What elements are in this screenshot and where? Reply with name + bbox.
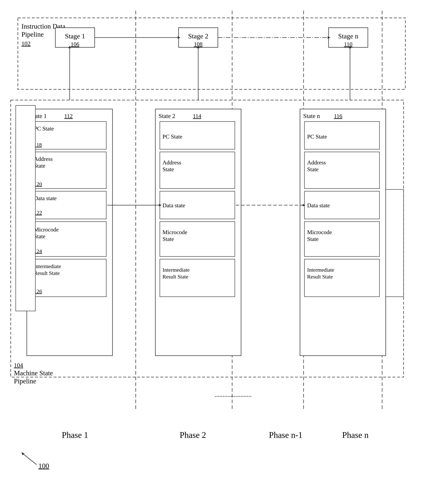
state-n-address-state-label: Address [307, 159, 326, 166]
ref-100-arrow [23, 454, 37, 465]
ref-100-label: 100 [38, 462, 49, 470]
phase-1-label: Phase 1 [62, 430, 88, 440]
machine-state-ref: 104 [14, 362, 23, 368]
state-2-microcode-label: Microcode [162, 229, 187, 235]
state-2-address-state-label2: State [162, 166, 174, 172]
state-1-microcode-label2: State [34, 233, 45, 239]
state-n-microcode-label2: State [307, 236, 319, 242]
state-n-address-state-label2: State [307, 166, 319, 172]
instruction-pipeline-label-2: Pipeline [21, 31, 44, 38]
phase-n1-label: Phase n-1 [269, 430, 303, 440]
machine-state-label-1: Machine State [14, 369, 53, 377]
state-n-ref: 116 [334, 113, 342, 119]
state-n-title: State n [303, 113, 320, 119]
state-n-microcode-label: Microcode [307, 229, 332, 235]
phase-n-label: Phase n [342, 430, 369, 440]
state-2-title: State 2 [159, 113, 175, 119]
state-outer-border-box [16, 105, 35, 311]
stage-1-label: Stage 1 [65, 32, 85, 40]
state-2-intermediate-label: Intermediate [162, 267, 190, 273]
instruction-pipeline-ref: 102 [21, 40, 31, 47]
state-1-microcode-label: Microcode [34, 226, 59, 233]
state-1-address-state-label2: State [34, 163, 45, 169]
state-1-data-state-label: Data state [34, 195, 57, 201]
stage-n-ref: 110 [344, 41, 352, 47]
state-n-intermediate-label2: Result State [307, 274, 333, 279]
ellipsis-bottom: ....................... [215, 391, 252, 398]
state-2-data-state-label: Data state [162, 202, 185, 209]
stage-1-ref: 106 [71, 41, 79, 47]
state-right-border-box [386, 190, 404, 297]
state-2-pc-state-label: PC State [162, 133, 182, 140]
stage-n-label: Stage n [338, 32, 359, 40]
stage-2-label: Stage 2 [188, 32, 208, 40]
state-1-address-state-label: Address [34, 156, 53, 162]
state-n-data-state-label: Data state [307, 202, 330, 209]
phase-2-label: Phase 2 [180, 430, 206, 440]
machine-state-label-2: Pipeline [14, 377, 36, 385]
state-1-ref: 112 [64, 113, 73, 119]
state-1-intermediate-label: Intermediate [34, 263, 61, 269]
state-n-intermediate-label: Intermediate [307, 267, 334, 273]
state-2-microcode-label2: State [162, 236, 174, 242]
state-1-intermediate-label2: Result State [34, 270, 60, 276]
state-n-pc-state-label: PC State [307, 133, 327, 140]
state-2-intermediate-label2: Result State [162, 274, 188, 279]
state-1-pc-state-label: PC State [34, 125, 54, 132]
state-2-ref: 114 [193, 113, 201, 119]
state-2-address-state-label: Address [162, 159, 181, 166]
